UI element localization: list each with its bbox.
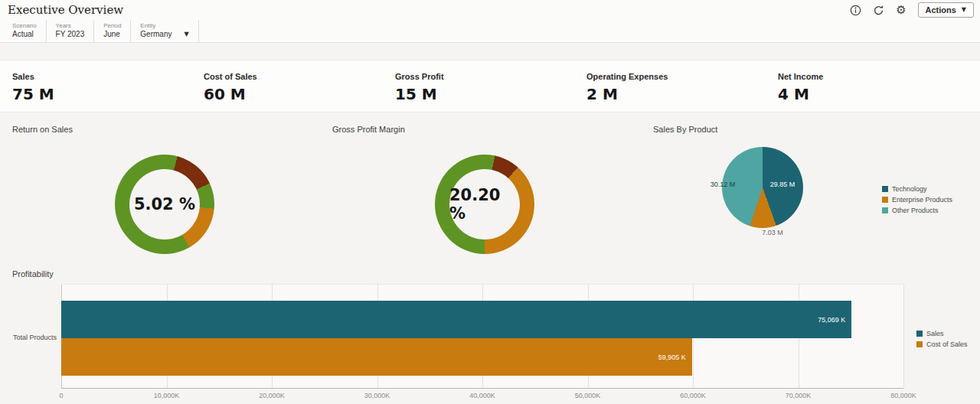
profitability-section: Profitability Total Products 75,069 K 59…: [0, 266, 980, 404]
pov-entity-value: Germany ▼: [140, 30, 188, 38]
profitability-title: Profitability: [12, 269, 54, 279]
pov-entity-label: Entity: [140, 22, 188, 29]
kpi-operating-expenses-label: Operating Expenses: [586, 72, 778, 81]
bar-chart-legend: Sales Cost of Sales: [916, 330, 968, 348]
kpi-gross-profit-label: Gross Profit: [395, 72, 586, 81]
legend-item-enterprise-products[interactable]: Enterprise Products: [882, 196, 952, 204]
pov-scenario[interactable]: Scenario Actual: [12, 20, 47, 42]
pov-period[interactable]: Period June: [103, 20, 131, 42]
x-axis: 0 10,000K 20,000K 30,000K 40,000K 50,000…: [61, 392, 903, 401]
gross-profit-margin-title: Gross Profit Margin: [332, 125, 405, 134]
x-axis-tick-label: 30,000K: [364, 392, 390, 399]
technology-swatch: [882, 186, 888, 192]
return-on-sales-value: 5.02 %: [134, 195, 195, 213]
kpi-cost-of-sales: Cost of Sales 60 M: [204, 72, 395, 112]
pov-scenario-value: Actual: [12, 30, 37, 38]
kpi-net-income: Net Income 4 M: [778, 72, 969, 112]
executive-overview-dashboard: Executive Overview ⚙ Actions ▼ Scenario …: [0, 0, 980, 404]
sales-swatch: [916, 331, 923, 337]
return-on-sales-title: Return on Sales: [12, 125, 73, 134]
pie-label-technology: 29.85 M: [765, 181, 800, 188]
kpi-sales-value: 75 M: [12, 85, 204, 103]
sales-by-product-title: Sales By Product: [653, 125, 717, 134]
gross-profit-margin-gauge[interactable]: 20.20 %: [435, 155, 534, 254]
pov-years[interactable]: Years FY 2023: [56, 20, 95, 42]
page-title: Executive Overview: [8, 3, 123, 17]
gridline: [903, 285, 904, 388]
sales-bar-value: 75,069 K: [818, 316, 845, 324]
gross-profit-margin-value: 20.20 %: [449, 186, 520, 223]
x-axis-tick-label: 80,000K: [890, 392, 916, 399]
caret-down-icon: ▼: [962, 7, 966, 13]
legend-item-sales[interactable]: Sales: [916, 330, 968, 337]
pie-label-enterprise-products: 7.03 M: [755, 229, 790, 236]
pov-entity[interactable]: Entity Germany ▼: [140, 20, 198, 42]
enterprise-products-swatch: [882, 197, 888, 203]
pov-years-value: FY 2023: [56, 30, 85, 38]
settings-gear-icon[interactable]: ⚙: [895, 4, 908, 17]
x-axis-tick-label: 50,000K: [575, 392, 601, 399]
kpi-band: Sales 75 M Cost of Sales 60 M Gross Prof…: [0, 60, 980, 112]
info-icon[interactable]: [849, 4, 862, 17]
kpi-operating-expenses-value: 2 M: [586, 85, 778, 103]
app-header: Executive Overview ⚙ Actions ▼: [0, 0, 980, 20]
x-axis-tick-label: 0: [59, 392, 63, 399]
x-axis-tick-label: 20,000K: [259, 392, 285, 399]
other-products-swatch: [882, 207, 888, 213]
cost-of-sales-bar-value: 59,905 K: [658, 354, 686, 361]
kpi-net-income-label: Net Income: [778, 72, 969, 81]
x-axis-tick-label: 10,000K: [154, 392, 180, 399]
legend-item-technology[interactable]: Technology: [882, 185, 952, 193]
profitability-plot-area: 75,069 K 59,905 K: [61, 284, 903, 389]
refresh-icon[interactable]: [872, 4, 885, 17]
entity-dropdown-caret-icon[interactable]: ▼: [184, 31, 188, 37]
pov-scenario-label: Scenario: [12, 22, 37, 29]
x-axis-tick-label: 60,000K: [680, 392, 706, 399]
legend-item-cost-of-sales[interactable]: Cost of Sales: [916, 340, 968, 348]
return-on-sales-gauge[interactable]: 5.02 %: [115, 155, 214, 254]
kpi-sales-label: Sales: [12, 72, 204, 81]
kpi-sales: Sales 75 M: [12, 72, 204, 112]
kpi-gross-profit-value: 15 M: [395, 85, 586, 103]
x-axis-tick-label: 70,000K: [786, 392, 812, 399]
kpi-cost-of-sales-value: 60 M: [204, 85, 395, 103]
cost-of-sales-swatch: [916, 341, 923, 347]
pov-period-value: June: [103, 30, 121, 38]
pie-label-other-products: 30.12 M: [705, 181, 740, 188]
pov-bar: Scenario Actual Years FY 2023 Period Jun…: [0, 20, 980, 43]
pie-legend: Technology Enterprise Products Other Pro…: [882, 185, 952, 214]
charts-row: Return on Sales Gross Profit Margin Sale…: [0, 112, 980, 266]
sales-bar[interactable]: 75,069 K: [61, 301, 851, 338]
actions-button-label: Actions: [926, 5, 956, 15]
kpi-net-income-value: 4 M: [778, 85, 969, 103]
kpi-gross-profit: Gross Profit 15 M: [395, 72, 586, 112]
kpi-operating-expenses: Operating Expenses 2 M: [586, 72, 778, 112]
actions-button[interactable]: Actions ▼: [918, 2, 975, 18]
pov-years-label: Years: [56, 22, 85, 29]
y-axis-category-label: Total Products: [0, 334, 57, 341]
kpi-cost-of-sales-label: Cost of Sales: [204, 72, 395, 81]
cost-of-sales-bar[interactable]: 59,905 K: [61, 338, 692, 376]
header-actions: ⚙ Actions ▼: [849, 2, 975, 18]
legend-item-other-products[interactable]: Other Products: [882, 207, 952, 214]
pov-period-label: Period: [103, 22, 121, 29]
x-axis-tick-label: 40,000K: [469, 392, 495, 399]
